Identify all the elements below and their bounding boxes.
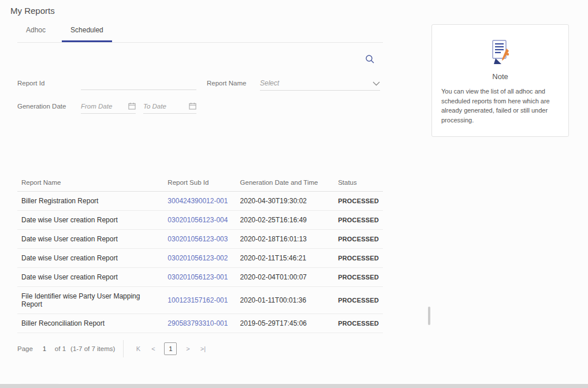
table-row: Biller Registration Report 300424390012-… — [17, 192, 383, 211]
from-date-input[interactable] — [81, 103, 116, 110]
current-page-box[interactable]: 1 — [164, 342, 177, 355]
report-name-cell: File Identifier wise Party User Mapping … — [17, 287, 163, 314]
last-page-icon[interactable]: >| — [195, 345, 210, 352]
report-name-cell: Biller Reconciliation Report — [17, 314, 163, 333]
generation-date-label: Generation Date — [17, 103, 81, 110]
page-label: Page — [17, 345, 33, 352]
scrollbar[interactable] — [428, 307, 430, 325]
report-name-cell: Date wise User creation Report — [17, 230, 163, 249]
search-icon[interactable] — [365, 54, 375, 66]
page-number-input[interactable] — [38, 345, 51, 352]
pagination-bar: Page of 1 (1-7 of 7 items) K < 1 > >| — [17, 340, 383, 357]
report-sub-id-link[interactable]: 030201056123-004 — [163, 211, 236, 230]
report-id-input[interactable] — [81, 76, 196, 90]
status-badge: PROCESSED — [334, 192, 383, 211]
table-row: Date wise User creation Report 030201056… — [17, 249, 383, 268]
search-row — [17, 43, 383, 66]
page-title: My Reports — [10, 6, 588, 16]
report-sub-id-link[interactable]: 100123157162-001 — [163, 287, 236, 314]
filter-row-1: Report Id Report Name Select — [17, 76, 383, 91]
page-range-text: (1-7 of 7 items) — [70, 345, 115, 352]
table-row: Biller Reconciliation Report 29058379331… — [17, 314, 383, 333]
tab-scheduled[interactable]: Scheduled — [62, 23, 112, 42]
report-name-selected-value: Select — [260, 79, 279, 87]
generation-datetime-cell: 2020-01-11T00:01:36 — [236, 287, 334, 314]
status-badge: PROCESSED — [334, 211, 383, 230]
report-name-cell: Date wise User creation Report — [17, 268, 163, 287]
status-badge: PROCESSED — [334, 268, 383, 287]
first-page-icon[interactable]: K — [131, 345, 146, 352]
note-panel: Note You can view the list of all adhoc … — [431, 24, 569, 137]
tab-bar: Adhoc Scheduled — [17, 19, 383, 43]
column-header-generation-date: Generation Date and Time — [236, 174, 334, 192]
footer-bar — [0, 384, 588, 388]
calendar-icon[interactable] — [128, 102, 136, 110]
status-badge: PROCESSED — [334, 287, 383, 314]
note-body: You can view the list of all adhoc and s… — [441, 87, 559, 125]
report-sub-id-link[interactable]: 030201056123-002 — [163, 249, 236, 268]
page-of-text: of 1 — [55, 345, 66, 352]
report-sub-id-link[interactable]: 030201056123-001 — [163, 268, 236, 287]
report-name-cell: Biller Registration Report — [17, 192, 163, 211]
pagination-divider — [123, 340, 124, 357]
column-header-report-name: Report Name — [17, 174, 163, 192]
report-table-body: Biller Registration Report 300424390012-… — [17, 192, 383, 333]
column-header-report-sub-id: Report Sub Id — [163, 174, 236, 192]
to-date-field — [143, 99, 196, 114]
to-date-input[interactable] — [143, 103, 178, 110]
generation-datetime-cell: 2020-02-04T01:00:07 — [236, 268, 334, 287]
content-area: Adhoc Scheduled Report Id Report Name Se… — [17, 19, 569, 388]
reports-main-panel: Adhoc Scheduled Report Id Report Name Se… — [17, 19, 383, 388]
report-sub-id-link[interactable]: 290583793310-001 — [163, 314, 236, 333]
report-name-cell: Date wise User creation Report — [17, 211, 163, 230]
filter-panel: Report Id Report Name Select Generation … — [17, 76, 383, 114]
column-header-status: Status — [334, 174, 383, 192]
status-badge: PROCESSED — [334, 249, 383, 268]
status-badge: PROCESSED — [334, 314, 383, 333]
generation-datetime-cell: 2020-04-30T19:30:02 — [236, 192, 334, 211]
table-row: Date wise User creation Report 030201056… — [17, 230, 383, 249]
reports-table: Report Name Report Sub Id Generation Dat… — [17, 174, 383, 333]
from-date-field — [81, 99, 136, 114]
table-row: File Identifier wise Party User Mapping … — [17, 287, 383, 314]
report-name-select[interactable]: Select — [260, 76, 380, 91]
report-id-label: Report Id — [17, 80, 81, 87]
note-title: Note — [441, 72, 559, 81]
report-name-cell: Date wise User creation Report — [17, 249, 163, 268]
generation-datetime-cell: 2020-02-25T16:16:49 — [236, 211, 334, 230]
next-page-icon[interactable]: > — [180, 345, 195, 352]
calendar-icon[interactable] — [189, 102, 196, 110]
generation-datetime-cell: 2020-02-11T15:46:21 — [236, 249, 334, 268]
table-row: Date wise User creation Report 030201056… — [17, 268, 383, 287]
tab-adhoc[interactable]: Adhoc — [17, 23, 54, 42]
table-row: Date wise User creation Report 030201056… — [17, 211, 383, 230]
prev-page-icon[interactable]: < — [146, 345, 161, 352]
generation-datetime-cell: 2019-05-29T17:45:06 — [236, 314, 334, 333]
table-header-row: Report Name Report Sub Id Generation Dat… — [17, 174, 383, 192]
filter-row-2: Generation Date — [17, 99, 383, 114]
generation-datetime-cell: 2020-02-18T16:01:13 — [236, 230, 334, 249]
report-document-icon — [487, 39, 513, 68]
status-badge: PROCESSED — [334, 230, 383, 249]
report-sub-id-link[interactable]: 300424390012-001 — [163, 192, 236, 211]
report-sub-id-link[interactable]: 030201056123-003 — [163, 230, 236, 249]
chevron-down-icon — [373, 78, 380, 88]
report-name-label: Report Name — [207, 80, 260, 87]
